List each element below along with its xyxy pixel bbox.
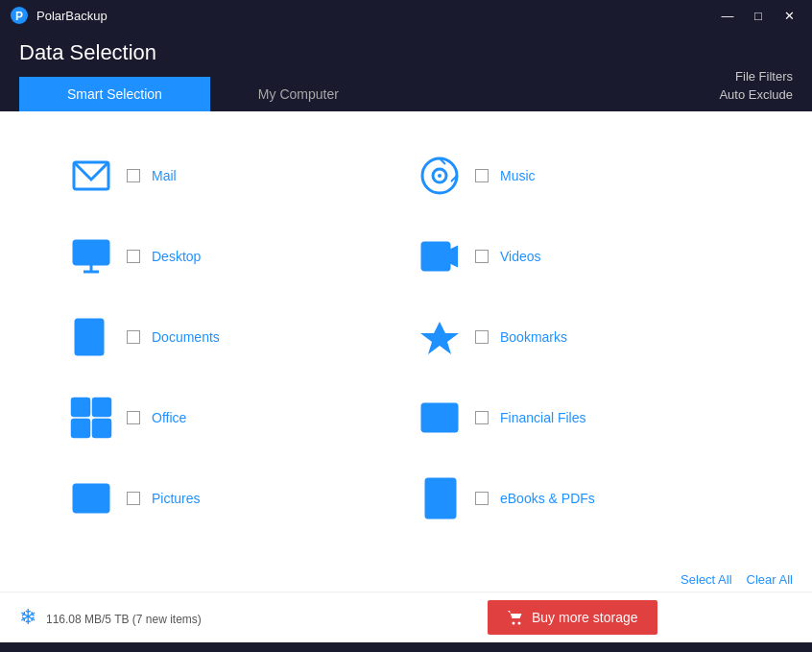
selection-controls: Select All Clear All: [0, 563, 812, 592]
documents-label: Documents: [152, 329, 220, 345]
cart-icon: [507, 610, 524, 625]
page-title: Data Selection: [19, 40, 387, 77]
header-tabs: Smart Selection My Computer: [19, 77, 387, 111]
titlebar-controls: — □ ✕: [714, 4, 802, 27]
tab-my-computer[interactable]: My Computer: [210, 77, 387, 111]
videos-checkbox[interactable]: [475, 250, 489, 263]
svg-rect-26: [422, 404, 457, 431]
grid-item-videos[interactable]: Videos: [406, 221, 754, 292]
svg-point-31: [513, 622, 515, 625]
app-logo: P: [10, 6, 29, 25]
clear-all-button[interactable]: Clear All: [747, 572, 793, 587]
mail-label: Mail: [152, 168, 177, 183]
storage-info-text: 116.08 MB/5 TB (7 new items): [46, 613, 478, 626]
select-all-button[interactable]: Select All: [681, 572, 731, 587]
items-grid: Mail Music Desktop Videos Documents Book…: [58, 140, 754, 534]
documents-checkbox[interactable]: [127, 330, 140, 344]
titlebar-left: P PolarBackup: [10, 6, 107, 25]
storage-row: ❄ 116.08 MB/5 TB (7 new items) Buy more …: [19, 600, 793, 635]
svg-point-5: [438, 174, 442, 178]
svg-rect-8: [74, 241, 108, 264]
svg-rect-16: [76, 320, 103, 354]
desktop-checkbox[interactable]: [127, 250, 140, 263]
tab-smart-selection[interactable]: Smart Selection: [19, 77, 210, 111]
ebooks-label: eBooks & PDFs: [500, 491, 595, 506]
bookmarks-icon: [416, 313, 464, 361]
pictures-label: Pictures: [152, 491, 201, 506]
grid-item-documents[interactable]: Documents: [58, 302, 406, 373]
minimize-button[interactable]: —: [714, 4, 741, 27]
pictures-icon: [67, 474, 115, 522]
bookmarks-checkbox[interactable]: [475, 330, 489, 344]
music-label: Music: [500, 168, 536, 183]
maximize-button[interactable]: □: [745, 4, 772, 27]
titlebar: P PolarBackup — □ ✕: [0, 0, 812, 31]
mail-icon: [67, 152, 115, 200]
ebooks-checkbox[interactable]: [475, 492, 489, 505]
mail-checkbox[interactable]: [127, 169, 140, 182]
financial-label: Financial Files: [500, 410, 585, 425]
svg-point-28: [80, 491, 87, 498]
smart-selection-grid: Mail Music Desktop Videos Documents Book…: [0, 111, 812, 563]
grid-item-music[interactable]: Music: [406, 140, 754, 211]
music-icon: [416, 152, 464, 200]
grid-item-bookmarks[interactable]: Bookmarks: [406, 302, 754, 373]
grid-item-mail[interactable]: Mail: [58, 140, 406, 211]
grid-item-desktop[interactable]: Desktop: [58, 221, 406, 292]
app-name: PolarBackup: [36, 9, 107, 23]
office-label: Office: [152, 410, 186, 425]
svg-rect-24: [72, 420, 89, 437]
header: Data Selection Smart Selection My Comput…: [0, 31, 812, 111]
header-actions: File Filters Auto Exclude: [719, 69, 793, 111]
svg-point-32: [518, 622, 521, 625]
financial-checkbox[interactable]: [475, 411, 489, 424]
footer-bottom: Next →: [0, 642, 812, 652]
videos-label: Videos: [500, 249, 541, 264]
music-checkbox[interactable]: [475, 169, 489, 182]
desktop-icon: [67, 232, 115, 280]
svg-rect-23: [93, 398, 110, 416]
grid-item-financial[interactable]: Financial Files: [406, 382, 754, 453]
main-content: Mail Music Desktop Videos Documents Book…: [0, 111, 812, 642]
office-checkbox[interactable]: [127, 411, 140, 424]
close-button[interactable]: ✕: [776, 4, 802, 27]
grid-item-pictures[interactable]: Pictures: [58, 463, 406, 534]
office-icon: [67, 394, 115, 442]
snowflake-icon: ❄: [19, 605, 36, 630]
file-filters-link[interactable]: File Filters: [735, 69, 793, 84]
svg-rect-25: [93, 420, 110, 437]
svg-text:P: P: [15, 10, 23, 23]
buy-more-storage-button[interactable]: Buy more storage: [488, 600, 657, 635]
storage-section: ❄ 116.08 MB/5 TB (7 new items) Buy more …: [0, 592, 812, 642]
grid-item-office[interactable]: Office: [58, 382, 406, 453]
auto-exclude-link[interactable]: Auto Exclude: [719, 87, 793, 102]
ebooks-icon: [416, 474, 464, 522]
pictures-checkbox[interactable]: [127, 492, 140, 505]
videos-icon: [416, 232, 464, 280]
bookmarks-label: Bookmarks: [500, 329, 567, 345]
svg-marker-21: [420, 322, 459, 354]
svg-rect-11: [422, 243, 449, 270]
desktop-label: Desktop: [152, 249, 201, 264]
financial-icon: [416, 394, 464, 442]
grid-item-ebooks[interactable]: eBooks & PDFs: [406, 463, 754, 534]
documents-icon: [67, 313, 115, 361]
svg-rect-22: [72, 398, 89, 416]
